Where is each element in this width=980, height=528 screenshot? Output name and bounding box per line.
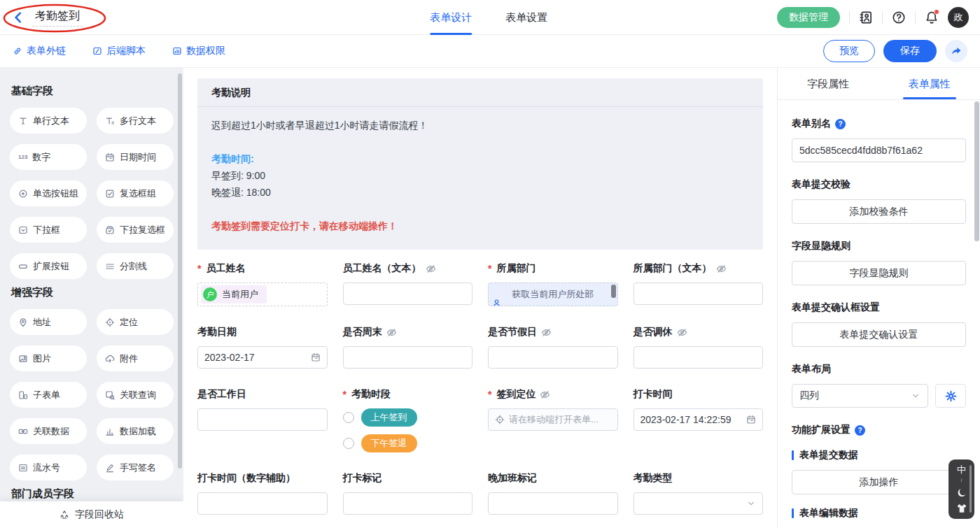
back-icon[interactable]: [11, 10, 25, 24]
theme-shirt-icon[interactable]: [956, 503, 967, 514]
field-pill[interactable]: 多行文本: [97, 108, 174, 134]
data-manage-button[interactable]: 数据管理: [777, 7, 840, 28]
department-field[interactable]: 获取当前用户所处部: [488, 283, 618, 306]
field-pill-label: 子表单: [33, 389, 60, 401]
submit-data-add-action-button[interactable]: 添加操作: [792, 470, 966, 494]
text-input[interactable]: [634, 346, 764, 369]
field-pill-label: 手写签名: [120, 462, 156, 474]
employee-name-field[interactable]: 户当前用户: [197, 283, 328, 306]
text-input[interactable]: [488, 492, 618, 515]
toolbar-link-1[interactable]: 后端脚本: [92, 45, 146, 57]
tab-form-settings[interactable]: 表单设置: [505, 0, 547, 35]
layout-select[interactable]: 四列: [792, 384, 928, 408]
field-pill[interactable]: 关联数据: [10, 418, 87, 444]
layout-config-button[interactable]: [935, 384, 966, 408]
panel-scrollbar[interactable]: [974, 101, 979, 241]
text-input[interactable]: [343, 346, 473, 369]
field-pill[interactable]: 数据加载: [97, 418, 174, 444]
field-library-sidebar: 基础字段单行文本多行文本123数字日期时间单选按钮组复选框组下拉框下拉复选框扩展…: [0, 68, 183, 528]
tab-form-properties[interactable]: 表单属性: [879, 68, 980, 99]
calendar-icon: [105, 152, 115, 162]
layout-select-value: 四列: [799, 390, 819, 402]
field-label-text: 打卡时间: [634, 388, 673, 401]
field-pill[interactable]: 下拉复选框: [97, 217, 174, 243]
field-pill[interactable]: 单行文本: [10, 108, 87, 134]
page-title[interactable]: 考勤签到: [32, 8, 83, 27]
location-input[interactable]: 请在移动端打开表单...: [488, 408, 618, 431]
eye-off-icon: [540, 390, 550, 400]
tab-form-design[interactable]: 表单设计: [430, 0, 472, 35]
form-field: 考勤日期 2023-02-17: [197, 326, 328, 369]
dark-mode-moon-icon[interactable]: [956, 487, 967, 499]
preview-button[interactable]: 预览: [823, 40, 875, 62]
field-pill[interactable]: 下拉框: [10, 217, 87, 243]
sidebar-scrollbar[interactable]: [178, 73, 182, 469]
form-field: 晚加班标记: [488, 472, 618, 515]
field-visibility-label: 字段显隐规则: [792, 240, 966, 252]
select-input[interactable]: [634, 492, 764, 515]
field-label-text: 是否周末: [343, 326, 382, 338]
toolbar-link-2[interactable]: 数据权限: [172, 45, 225, 57]
notification-bell-icon[interactable]: [925, 10, 939, 24]
field-pill[interactable]: 流水号: [10, 455, 87, 480]
radio-circle[interactable]: [343, 412, 354, 423]
text-input[interactable]: [197, 492, 328, 515]
field-label: 考勤日期: [197, 326, 328, 338]
avatar[interactable]: 政: [948, 7, 969, 28]
text-input[interactable]: [488, 346, 618, 369]
field-recycle-bin[interactable]: 字段回收站: [0, 501, 183, 528]
help-question-icon[interactable]: ?: [835, 119, 846, 129]
widget-scrollbar[interactable]: [969, 465, 972, 513]
field-pill[interactable]: 单选按钮组: [10, 180, 87, 206]
date-value: 2023-02-17 14:22:59: [640, 414, 732, 425]
person-icon: [492, 299, 501, 306]
tab-field-properties[interactable]: 字段属性: [778, 68, 879, 99]
field-pill[interactable]: 123数字: [10, 144, 87, 170]
contacts-book-icon[interactable]: [859, 10, 873, 24]
field-pill[interactable]: 定位: [97, 309, 174, 335]
notice-widget[interactable]: 考勤说明 迟到超过1小时或者早退超过1小时请走请假流程！ 考勤时间:早签到: 9…: [197, 78, 763, 250]
pen-icon: [105, 463, 115, 473]
field-pill-label: 关联数据: [33, 425, 69, 438]
field-label: * 所属部门: [488, 262, 618, 275]
help-icon[interactable]: [892, 10, 906, 24]
language-toggle[interactable]: 中: [957, 465, 966, 474]
field-pill-label: 下拉复选框: [120, 224, 165, 236]
field-pill[interactable]: 图片: [10, 345, 87, 371]
field-pill[interactable]: 手写签名: [97, 455, 174, 480]
field-pill[interactable]: 附件: [97, 345, 174, 371]
text-input[interactable]: [197, 408, 328, 431]
text-input[interactable]: [343, 283, 473, 305]
date-input[interactable]: 2023-02-17: [197, 346, 328, 369]
date-input[interactable]: 2023-02-17 14:22:59: [634, 408, 764, 431]
form-alias-input[interactable]: [792, 138, 966, 162]
field-pill[interactable]: 子表单: [10, 382, 87, 408]
radio-option[interactable]: 下午签退: [343, 434, 473, 452]
field-visibility-button[interactable]: 字段显隐规则: [792, 261, 966, 285]
field-pill[interactable]: 地址: [10, 309, 87, 335]
field-pill-label: 扩展按钮: [33, 260, 69, 273]
radio-circle[interactable]: [343, 438, 354, 449]
submit-confirm-button[interactable]: 表单提交确认设置: [792, 322, 966, 347]
field-pill[interactable]: 关联查询: [97, 382, 174, 408]
eye-off-icon: [426, 264, 436, 274]
share-button[interactable]: [945, 40, 967, 62]
current-user-tag: 户当前用户: [201, 285, 267, 304]
add-validation-button[interactable]: 添加校验条件: [792, 199, 966, 224]
text-input[interactable]: [634, 283, 764, 305]
field-scrollbar[interactable]: [611, 285, 616, 298]
field-pill[interactable]: 日期时间: [97, 144, 174, 170]
field-pill[interactable]: 分割线: [97, 253, 174, 279]
required-asterisk: *: [488, 389, 491, 400]
sidebar-section-title: 基础字段: [11, 85, 172, 98]
save-button[interactable]: 保存: [883, 40, 937, 62]
query-icon: [105, 390, 115, 400]
field-pill[interactable]: 扩展按钮: [10, 253, 87, 279]
field-pill[interactable]: 复选框组: [97, 180, 174, 206]
radio-option[interactable]: 上午签到: [343, 408, 473, 427]
field-label: 考勤类型: [634, 472, 764, 485]
help-question-icon[interactable]: ?: [855, 425, 865, 436]
toolbar-link-0[interactable]: 表单外链: [13, 45, 66, 57]
location-icon: [495, 415, 505, 424]
text-input[interactable]: [343, 492, 473, 515]
